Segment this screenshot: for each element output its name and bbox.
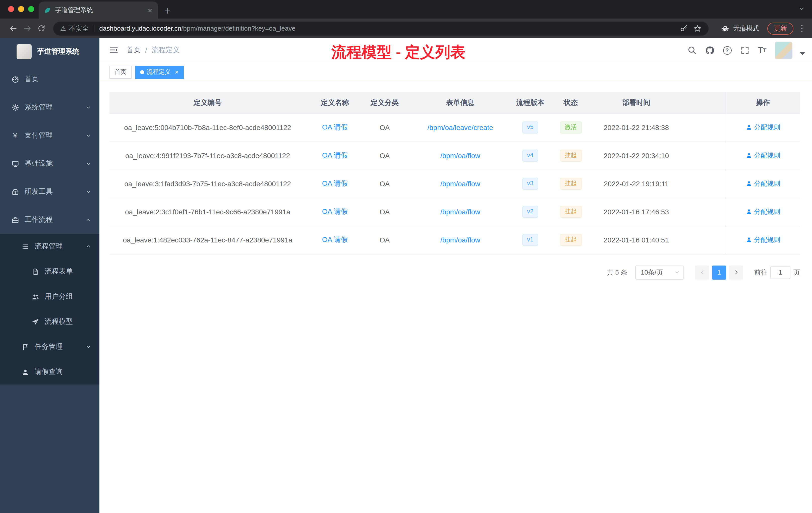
sidebar-item-home[interactable]: 首页	[0, 65, 99, 93]
sidebar-item-label: 首页	[25, 75, 39, 84]
assign-rule-label: 分配规则	[754, 235, 780, 244]
definition-id: oa_leave:3:1fad3d93-7b75-11ec-a3c8-acde4…	[110, 170, 306, 198]
sidebar-item-workflow[interactable]: 工作流程	[0, 206, 99, 234]
reload-icon[interactable]	[34, 21, 48, 35]
form-info-link[interactable]: /bpm/oa/flow	[440, 236, 480, 244]
sidebar-logo[interactable]: 芋道管理系统	[0, 38, 99, 65]
deploy-time: 2022-01-16 01:40:51	[596, 226, 676, 254]
definition-name-link[interactable]: OA 请假	[322, 179, 348, 187]
sidebar-item-label: 任务管理	[35, 342, 63, 351]
logo-avatar	[17, 44, 32, 59]
page-content: 定义编号 定义名称 定义分类 表单信息 流程版本 状态 部署时间 操作	[99, 82, 812, 513]
definition-name-link[interactable]: OA 请假	[322, 207, 348, 215]
sidebar-item-system[interactable]: 系统管理	[0, 93, 99, 121]
sidebar-item-label: 工作流程	[25, 215, 53, 224]
search-icon[interactable]	[687, 45, 697, 55]
back-icon[interactable]	[6, 21, 20, 35]
browser-tab[interactable]: 芋道管理系统 ×	[39, 1, 158, 19]
font-size-icon[interactable]: TT	[757, 45, 767, 55]
form-info-link[interactable]: /bpm/oa/flow	[440, 208, 480, 216]
process-management-submenu: 流程表单 用户分组 流程模型	[0, 259, 99, 334]
version-tag: v2	[522, 206, 538, 218]
assign-rule-link[interactable]: 分配规则	[746, 151, 780, 160]
next-page-button[interactable]	[729, 265, 743, 279]
tag-close-icon[interactable]: ×	[175, 68, 178, 76]
url-omnibox[interactable]: ⚠ 不安全 dashboard.yudao.iocoder.cn/bpm/man…	[53, 21, 708, 35]
password-key-icon[interactable]	[680, 25, 688, 32]
sidebar-item-label: 基础设施	[25, 159, 53, 168]
user-avatar[interactable]	[775, 41, 792, 59]
yen-icon: ¥	[11, 131, 19, 140]
sidebar-item-devtools[interactable]: 研发工具	[0, 178, 99, 206]
toolbox-icon	[11, 188, 19, 196]
sidebar-item-task-management[interactable]: 任务管理	[0, 334, 99, 359]
breadcrumb-home[interactable]: 首页	[126, 46, 141, 55]
sidebar-item-label: 系统管理	[25, 103, 53, 112]
sidebar-item-process-management[interactable]: 流程管理	[0, 234, 99, 259]
breadcrumb-current: 流程定义	[152, 46, 180, 55]
column-header-version: 流程版本	[515, 92, 545, 114]
omnibox-divider	[94, 25, 94, 32]
forward-icon[interactable]	[20, 21, 34, 35]
assign-rule-link[interactable]: 分配规则	[746, 179, 780, 188]
new-tab-button[interactable]: +	[164, 5, 171, 16]
sidebar-item-infrastructure[interactable]: 基础设施	[0, 150, 99, 178]
definition-table: 定义编号 定义名称 定义分类 表单信息 流程版本 状态 部署时间 操作	[110, 92, 800, 254]
window-controls[interactable]	[8, 6, 34, 12]
browser-tab-strip: 芋道管理系统 × +	[0, 0, 812, 19]
browser-menu-icon[interactable]: ⋮	[798, 24, 806, 33]
version-tag: v3	[522, 178, 538, 189]
tag-home[interactable]: 首页	[110, 65, 132, 79]
workflow-submenu: 流程管理 流程表单 用户分组 流程模型	[0, 234, 99, 385]
fullscreen-icon[interactable]	[740, 45, 750, 55]
goto-page-input[interactable]	[770, 266, 790, 279]
sidebar-item-process-form[interactable]: 流程表单	[0, 259, 99, 284]
security-label[interactable]: 不安全	[69, 24, 89, 33]
tab-search-icon[interactable]	[799, 5, 805, 12]
assign-rule-link[interactable]: 分配规则	[746, 235, 780, 244]
dashboard-icon	[11, 75, 19, 83]
list-icon	[21, 242, 29, 250]
tag-process-definition[interactable]: 流程定义 ×	[135, 65, 183, 79]
incognito-badge: 无痕模式	[721, 24, 759, 33]
form-info-link[interactable]: /bpm/oa/flow	[440, 180, 480, 188]
filler-cell	[676, 142, 726, 170]
column-header-action: 操作	[726, 92, 800, 114]
url-path: /bpm/manager/definition?key=oa_leave	[181, 25, 295, 32]
close-window-button[interactable]	[8, 6, 14, 12]
form-info-link[interactable]: /bpm/oa/leave/create	[427, 123, 493, 131]
breadcrumb-separator: /	[145, 46, 147, 54]
page-1-button[interactable]: 1	[712, 265, 726, 279]
sidebar-item-leave-query[interactable]: 请假查询	[0, 359, 99, 385]
definition-name-link[interactable]: OA 请假	[322, 235, 348, 243]
sidebar-toggle-icon[interactable]	[109, 45, 118, 55]
chevron-up-icon	[85, 243, 91, 249]
help-icon[interactable]: ?	[722, 45, 732, 55]
definition-category: OA	[364, 142, 405, 170]
tab-close-icon[interactable]: ×	[147, 6, 153, 14]
sidebar-item-process-model[interactable]: 流程模型	[0, 309, 99, 334]
sidebar-item-payment[interactable]: ¥ 支付管理	[0, 121, 99, 150]
chevron-down-icon	[85, 189, 91, 195]
briefcase-icon	[11, 216, 19, 224]
sidebar-item-user-group[interactable]: 用户分组	[0, 284, 99, 309]
table-row: oa_leave:2:3c1f0ef1-76b1-11ec-9c66-a2380…	[110, 198, 800, 226]
deploy-time: 2022-01-16 17:46:53	[596, 198, 676, 226]
page-size-select[interactable]: 10条/页	[635, 265, 684, 279]
chevron-up-icon	[85, 217, 91, 223]
definition-name-link[interactable]: OA 请假	[322, 151, 348, 159]
bookmark-star-icon[interactable]	[694, 24, 701, 32]
zoom-window-button[interactable]	[28, 6, 34, 12]
chrome-update-button[interactable]: 更新	[767, 22, 793, 34]
table-row: oa_leave:3:1fad3d93-7b75-11ec-a3c8-acde4…	[110, 170, 800, 198]
definition-name-link[interactable]: OA 请假	[322, 123, 348, 131]
prev-page-button[interactable]	[695, 265, 709, 279]
minimize-window-button[interactable]	[18, 6, 24, 12]
avatar-caret-icon[interactable]	[800, 52, 805, 55]
github-icon[interactable]	[704, 45, 715, 55]
assign-rule-link[interactable]: 分配规则	[746, 207, 780, 216]
table-header-row: 定义编号 定义名称 定义分类 表单信息 流程版本 状态 部署时间 操作	[110, 92, 800, 114]
form-info-link[interactable]: /bpm/oa/flow	[440, 152, 480, 160]
assign-rule-label: 分配规则	[754, 207, 780, 216]
assign-rule-link[interactable]: 分配规则	[746, 123, 780, 132]
